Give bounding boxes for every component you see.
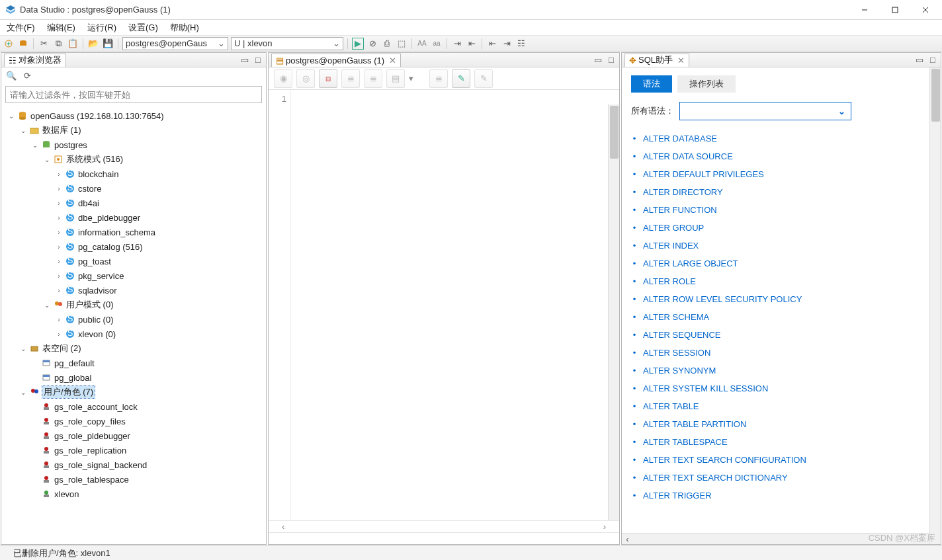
twisty-icon[interactable]: › bbox=[54, 171, 64, 178]
syntax-link[interactable]: •ALTER LARGE OBJECT bbox=[631, 255, 931, 272]
explain-button[interactable]: ≣ bbox=[364, 69, 382, 88]
execute-icon[interactable]: ▶ bbox=[352, 38, 364, 50]
tab-syntax[interactable]: 语法 bbox=[631, 75, 672, 93]
new-connection-icon[interactable] bbox=[3, 38, 15, 50]
sql-editor[interactable]: 1 bbox=[269, 90, 619, 520]
tree-schema-item[interactable]: ›Sblockchain bbox=[3, 167, 265, 181]
twisty-icon[interactable]: › bbox=[54, 229, 64, 236]
syntax-link[interactable]: •ALTER SCHEMA bbox=[631, 308, 931, 326]
minimize-panel-icon[interactable]: ▭ bbox=[593, 55, 603, 65]
paste-icon[interactable]: 📋 bbox=[67, 38, 79, 50]
twisty-icon[interactable]: › bbox=[54, 272, 64, 280]
run-line-button[interactable]: ◎ bbox=[296, 69, 315, 88]
tree-schema-item[interactable]: ›Spublic (0) bbox=[3, 312, 265, 327]
twisty-icon[interactable]: ⌄ bbox=[19, 127, 28, 134]
stop-icon[interactable]: ⊘ bbox=[366, 38, 378, 50]
close-tab-icon[interactable]: ✕ bbox=[677, 56, 685, 65]
twisty-icon[interactable]: ⌄ bbox=[19, 389, 28, 396]
menu-settings[interactable]: 设置(G) bbox=[124, 20, 162, 35]
tree-schema-item[interactable]: ›Sdb4ai bbox=[3, 196, 265, 210]
tree-tablespace-item[interactable]: pg_global bbox=[3, 370, 265, 385]
twisty-icon[interactable]: ⌄ bbox=[7, 112, 16, 120]
twisty-icon[interactable]: ⌄ bbox=[42, 156, 52, 163]
twisty-icon[interactable]: ⌄ bbox=[30, 141, 40, 149]
tree-database[interactable]: ⌄postgres bbox=[3, 138, 265, 152]
tree-schema-item[interactable]: ›Spkg_service bbox=[3, 268, 265, 283]
tree-role-item[interactable]: gs_role_copy_files bbox=[3, 414, 265, 428]
search-icon[interactable]: 🔍 bbox=[5, 69, 17, 81]
prev-icon[interactable]: ⇤ bbox=[486, 38, 498, 50]
syntax-link[interactable]: •ALTER DATABASE bbox=[631, 130, 931, 147]
twisty-icon[interactable]: › bbox=[54, 258, 64, 265]
minimize-button[interactable] bbox=[849, 0, 880, 20]
editor-hscrollbar[interactable]: ‹› bbox=[269, 520, 619, 532]
object-browser-tab[interactable]: ☷ 对象浏览器 bbox=[4, 54, 66, 67]
menu-edit[interactable]: 编辑(E) bbox=[43, 20, 79, 35]
syntax-link[interactable]: •ALTER DATA SOURCE bbox=[631, 147, 931, 165]
misc-icon[interactable]: ☷ bbox=[515, 38, 527, 50]
tree-schema-item[interactable]: ›Sinformation_schema bbox=[3, 225, 265, 239]
tree-user-schema[interactable]: ⌄用户模式 (0) bbox=[3, 298, 265, 312]
run-button[interactable]: ◉ bbox=[274, 69, 292, 88]
maximize-panel-icon[interactable]: □ bbox=[927, 55, 938, 65]
syntax-link[interactable]: •ALTER TEXT SEARCH CONFIGURATION bbox=[631, 451, 931, 469]
tree-schema-item[interactable]: ›Spg_catalog (516) bbox=[3, 239, 265, 254]
open-icon[interactable]: 📂 bbox=[87, 38, 99, 50]
minimize-panel-icon[interactable]: ▭ bbox=[239, 55, 250, 65]
tree-roles[interactable]: ⌄用户/角色 (7) bbox=[3, 385, 265, 399]
edit-button[interactable]: ✎ bbox=[474, 69, 493, 88]
next-icon[interactable]: ⇥ bbox=[501, 38, 513, 50]
syntax-link[interactable]: •ALTER TABLE bbox=[631, 397, 931, 415]
syntax-link[interactable]: •ALTER SEQUENCE bbox=[631, 326, 931, 344]
object-tree[interactable]: ⌄openGauss (192.168.10.130:7654)⌄数据库 (1)… bbox=[1, 106, 266, 544]
twisty-icon[interactable]: › bbox=[54, 287, 64, 294]
tree-system-schema[interactable]: ⌄系统模式 (516) bbox=[3, 152, 265, 167]
syntax-link[interactable]: •ALTER INDEX bbox=[631, 237, 931, 255]
tree-role-item[interactable]: gs_role_signal_backend bbox=[3, 458, 265, 472]
syntax-link[interactable]: •ALTER TRIGGER bbox=[631, 487, 931, 504]
maximize-panel-icon[interactable]: □ bbox=[606, 55, 617, 65]
syntax-link[interactable]: •ALTER SYNONYM bbox=[631, 362, 931, 380]
menu-run[interactable]: 运行(R) bbox=[83, 20, 120, 35]
stop-button[interactable]: ⧈ bbox=[319, 69, 337, 88]
explain-icon[interactable]: ⎙ bbox=[381, 38, 393, 50]
syntax-link[interactable]: •ALTER ROLE bbox=[631, 272, 931, 290]
syntax-link[interactable]: •ALTER TABLE PARTITION bbox=[631, 415, 931, 433]
tree-schema-item[interactable]: ›Sxlevon (0) bbox=[3, 327, 265, 341]
tree-databases[interactable]: ⌄数据库 (1) bbox=[3, 123, 265, 138]
twisty-icon[interactable]: › bbox=[54, 214, 64, 221]
syntax-link[interactable]: •ALTER ROW LEVEL SECURITY POLICY bbox=[631, 290, 931, 308]
scroll-left-icon[interactable]: ‹ bbox=[622, 534, 633, 544]
close-button[interactable] bbox=[910, 0, 941, 20]
cut-icon[interactable]: ✂ bbox=[38, 38, 50, 50]
outdent-icon[interactable]: ⇤ bbox=[466, 38, 478, 50]
syntax-filter-dropdown[interactable]: ⌄ bbox=[679, 102, 851, 120]
export-button[interactable]: ≣ bbox=[429, 69, 448, 88]
tree-role-item[interactable]: xlevon bbox=[3, 487, 265, 501]
syntax-link[interactable]: •ALTER TEXT SEARCH DICTIONARY bbox=[631, 469, 931, 487]
twisty-icon[interactable]: › bbox=[54, 185, 64, 192]
save-icon[interactable]: 💾 bbox=[102, 38, 114, 50]
close-tab-icon[interactable]: ✕ bbox=[389, 56, 396, 65]
tab-actions[interactable]: 操作列表 bbox=[677, 75, 736, 93]
filter-input[interactable] bbox=[5, 86, 262, 103]
syntax-link[interactable]: •ALTER FUNCTION bbox=[631, 201, 931, 219]
syntax-link[interactable]: •ALTER SYSTEM KILL SESSION bbox=[631, 380, 931, 397]
menu-file[interactable]: 文件(F) bbox=[3, 20, 39, 35]
editor-text-area[interactable] bbox=[291, 90, 619, 520]
menu-help[interactable]: 帮助(H) bbox=[166, 20, 203, 35]
twisty-icon[interactable]: › bbox=[54, 243, 64, 251]
twisty-icon[interactable]: › bbox=[54, 316, 64, 323]
tree-role-item[interactable]: gs_role_account_lock bbox=[3, 399, 265, 414]
tree-tablespaces[interactable]: ⌄表空间 (2) bbox=[3, 341, 265, 356]
minimize-panel-icon[interactable]: ▭ bbox=[914, 55, 925, 65]
tree-schema-item[interactable]: ›Scstore bbox=[3, 181, 265, 196]
editor-vscrollbar[interactable] bbox=[608, 104, 619, 520]
syntax-link[interactable]: •ALTER DEFAULT PRIVILEGES bbox=[631, 165, 931, 183]
indent-icon[interactable]: ⇥ bbox=[451, 38, 463, 50]
editor-tab[interactable]: ▤ postgres@openGauss (1) ✕ bbox=[271, 54, 401, 67]
syntax-link[interactable]: •ALTER SESSION bbox=[631, 344, 931, 362]
connection-combo[interactable]: postgres@openGaus ⌄ bbox=[122, 37, 228, 50]
chevron-down-icon[interactable]: ▾ bbox=[409, 73, 413, 83]
sql-assistant-tab[interactable]: ✥ SQL助手 ✕ bbox=[624, 54, 689, 67]
